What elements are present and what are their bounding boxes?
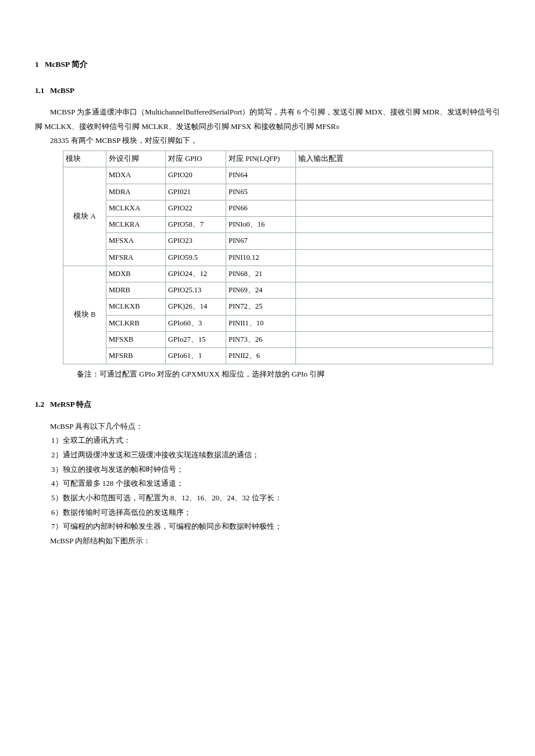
cell: PIN68、21 — [226, 266, 296, 282]
cell — [296, 266, 493, 282]
table-row: 模块 A MDXA GPIO20 PIN64 — [63, 167, 493, 184]
list-item: 5）数据大小和范围可选，可配置为 8、12、16、20、24、32 位字长： — [51, 491, 500, 506]
list-item: 4）可配置最多 128 个接收和发送通道； — [51, 476, 500, 491]
table-row: MCLKXB GPK)26、14 PIN72、25 — [63, 299, 493, 315]
section-1-2-title: MeRSP 特点 — [50, 400, 91, 409]
cell — [296, 184, 493, 200]
cell: MCLKRB — [106, 315, 166, 331]
features-intro: McBSP 具有以下几个特点： — [50, 420, 500, 434]
cell — [296, 217, 493, 233]
cell: PIN66 — [226, 200, 296, 216]
th-gpio: 对应 GPIO — [166, 151, 226, 167]
structure-note: McBSP 内部结构如下图所示： — [50, 534, 500, 549]
th-pin: 外设引脚 — [106, 151, 166, 167]
section-1-1-title: McBSP — [50, 86, 74, 95]
table-row: MFSRA GPIO59.5 PINI10.12 — [63, 249, 493, 266]
cell: MDXB — [106, 266, 166, 282]
cell — [296, 348, 493, 364]
cell: GPIO23 — [166, 233, 226, 249]
cell: PIN69、24 — [226, 282, 296, 299]
cell — [296, 200, 493, 216]
cell: MCLKXB — [106, 299, 166, 315]
table-row: MDRA GPI021 PIN65 — [63, 184, 493, 200]
cell: PIN65 — [226, 184, 296, 200]
paragraph-intro-1: MCBSP 为多通道缓冲串口（MultichannelBufferedSeria… — [35, 105, 500, 134]
cell — [296, 233, 493, 249]
cell: GPI021 — [166, 184, 226, 200]
cell: GPIO22 — [166, 200, 226, 216]
cell: MDRA — [106, 184, 166, 200]
th-module: 模块 — [63, 151, 106, 167]
table-row: 模块 B MDXB GPIO24、12 PIN68、21 — [63, 266, 493, 282]
list-item: 6）数据传输时可选择高低位的发送顺序； — [51, 506, 500, 520]
cell: GPIO24、12 — [166, 266, 226, 282]
cell-module-a: 模块 A — [63, 167, 106, 266]
cell: MFSRA — [106, 249, 166, 266]
cell: MCLKRA — [106, 217, 166, 233]
list-item: 7）可编程的内部时钟和帧发生器，可编程的帧同步和数据时钟极性； — [51, 519, 500, 534]
cell: GPIo60、3 — [166, 315, 226, 331]
section-1-heading: 1 McBSP 简介 — [35, 58, 500, 71]
cell — [296, 167, 493, 184]
cell: GPIO59.5 — [166, 249, 226, 266]
cell — [296, 299, 493, 315]
section-1-1-heading: 1.1 McBSP — [35, 84, 500, 97]
cell: MDXA — [106, 167, 166, 184]
cell: PIN73、26 — [226, 331, 296, 347]
cell: GPK)26、14 — [166, 299, 226, 315]
table-row: MCLKRB GPIo60、3 PINII1、10 — [63, 315, 493, 331]
cell: PINII2、6 — [226, 348, 296, 364]
cell: MFSRB — [106, 348, 166, 364]
cell-module-b: 模块 B — [63, 266, 106, 364]
cell: GPIO20 — [166, 167, 226, 184]
cell — [296, 249, 493, 266]
paragraph-intro-2: 28335 有两个 MCBSP 模块，对应引脚如下， — [50, 134, 500, 148]
cell: PINIo0、16 — [226, 217, 296, 233]
cell: GPIo27、15 — [166, 331, 226, 347]
table-row: MFSXB GPIo27、15 PIN73、26 — [63, 331, 493, 347]
cell: MFSXB — [106, 331, 166, 347]
cell: PINII1、10 — [226, 315, 296, 331]
section-1-title: McBSP 简介 — [45, 60, 88, 69]
table-row: MCLKRA GPIO58、7 PINIo0、16 — [63, 217, 493, 233]
list-item: 3）独立的接收与发送的帧和时钟信号； — [51, 463, 500, 477]
th-io: 输入输出配置 — [296, 151, 493, 167]
table-row: MFSXA GPIO23 PIN67 — [63, 233, 493, 249]
cell — [296, 315, 493, 331]
table-row: MCLKXA GPIO22 PIN66 — [63, 200, 493, 216]
cell: PIN72、25 — [226, 299, 296, 315]
cell — [296, 331, 493, 347]
section-1-2-num: 1.2 — [35, 400, 44, 409]
cell: MDRB — [106, 282, 166, 299]
table-footnote: 备注：可通过配置 GPIo 对应的 GPXMUXX 相应位，选择对放的 GPIo… — [77, 368, 500, 381]
section-1-1-num: 1.1 — [35, 86, 44, 95]
cell — [296, 282, 493, 299]
list-item: 2）通过两级缓冲发送和三级缓冲接收实现连续数据流的通信； — [51, 448, 500, 463]
th-pinlqfp: 对应 PIN(LQFP) — [226, 151, 296, 167]
section-1-2-heading: 1.2 MeRSP 特点 — [35, 398, 500, 411]
table-row: MFSRB GPIo61、1 PINII2、6 — [63, 348, 493, 364]
cell: PINI10.12 — [226, 249, 296, 266]
table-header-row: 模块 外设引脚 对应 GPIO 对应 PIN(LQFP) 输入输出配置 — [63, 151, 493, 167]
cell: PIN67 — [226, 233, 296, 249]
table-row: MDRB GPIO25.13 PIN69、24 — [63, 282, 493, 299]
cell: GPIo61、1 — [166, 348, 226, 364]
cell: MCLKXA — [106, 200, 166, 216]
pin-table: 模块 外设引脚 对应 GPIO 对应 PIN(LQFP) 输入输出配置 模块 A… — [63, 151, 493, 364]
cell: GPIO58、7 — [166, 217, 226, 233]
cell: PIN64 — [226, 167, 296, 184]
cell: MFSXA — [106, 233, 166, 249]
section-1-num: 1 — [35, 60, 39, 69]
cell: GPIO25.13 — [166, 282, 226, 299]
list-item: 1）全双工的通讯方式： — [51, 433, 500, 448]
